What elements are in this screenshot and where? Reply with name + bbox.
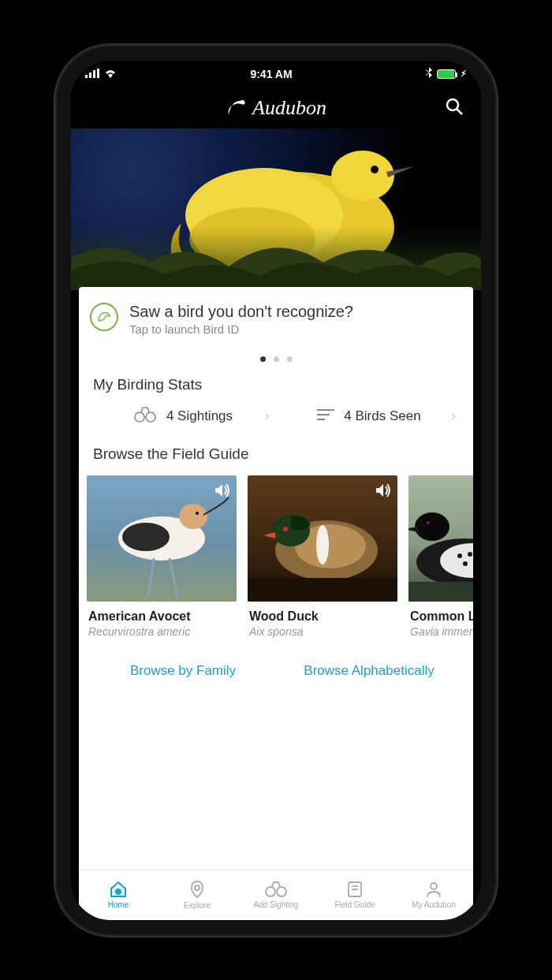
- bird-latin: Gavia immer: [410, 625, 473, 638]
- dot-1[interactable]: [260, 356, 266, 362]
- svg-point-20: [196, 512, 199, 515]
- svg-line-5: [457, 109, 462, 114]
- battery-icon: [437, 69, 456, 79]
- status-bar: 9:41 AM ⚡︎: [71, 61, 481, 88]
- bird-id-subtitle: Tap to launch Bird ID: [129, 322, 353, 336]
- svg-point-31: [457, 553, 462, 558]
- phone-frame: 9:41 AM ⚡︎ Audubon: [55, 45, 497, 936]
- bird-id-card[interactable]: Saw a bird you don't recognize? Tap to l…: [90, 303, 462, 336]
- bird-latin: Aix sponsa: [249, 625, 397, 638]
- binoculars-icon: [264, 881, 288, 898]
- bird-id-title: Saw a bird you don't recognize?: [129, 303, 353, 321]
- charging-icon: ⚡︎: [461, 69, 467, 79]
- phone-screen: 9:41 AM ⚡︎ Audubon: [71, 61, 481, 920]
- home-icon: [109, 881, 128, 898]
- svg-rect-28: [248, 578, 397, 602]
- main-card: Saw a bird you don't recognize? Tap to l…: [79, 287, 473, 870]
- wifi-icon: [104, 68, 117, 80]
- svg-point-8: [331, 151, 394, 201]
- bird-name: Wood Duck: [249, 609, 397, 624]
- list-icon: [317, 408, 334, 424]
- audio-icon[interactable]: [374, 482, 391, 502]
- tab-label: Explore: [184, 901, 211, 910]
- tab-home[interactable]: Home: [79, 870, 158, 920]
- hero-image: [71, 129, 481, 290]
- bluetooth-icon: [426, 67, 432, 80]
- svg-rect-3: [97, 69, 99, 78]
- tab-field-guide[interactable]: Field Guide: [315, 870, 394, 920]
- tab-my-audubon[interactable]: My Audubon: [394, 870, 473, 920]
- svg-line-21: [148, 558, 154, 598]
- tab-bar: Home Explore Add Sighting Field Guide My…: [79, 870, 473, 920]
- bird-thumbnail: [248, 475, 397, 602]
- stat-seen-text: 4 Birds Seen: [344, 408, 420, 424]
- svg-point-34: [463, 561, 468, 566]
- svg-rect-2: [93, 70, 95, 78]
- svg-point-37: [427, 521, 430, 524]
- stat-birds-seen[interactable]: 4 Birds Seen ›: [276, 406, 462, 427]
- svg-rect-1: [89, 73, 91, 78]
- browse-by-family-link[interactable]: Browse by Family: [90, 663, 276, 679]
- svg-point-41: [266, 887, 275, 896]
- tab-label: My Audubon: [412, 900, 456, 909]
- bird-thumbnail: [408, 475, 473, 602]
- field-guide-scroll[interactable]: American Avocet Recurvirostra americ Woo…: [87, 475, 465, 638]
- carousel-dots[interactable]: [90, 356, 462, 362]
- svg-point-40: [195, 885, 200, 890]
- svg-rect-0: [85, 75, 88, 78]
- svg-line-22: [170, 558, 177, 598]
- pin-icon: [188, 880, 206, 899]
- tab-label: Field Guide: [334, 900, 375, 909]
- field-guide-card[interactable]: American Avocet Recurvirostra americ: [87, 475, 237, 638]
- svg-point-27: [316, 525, 329, 565]
- chevron-right-icon: ›: [265, 408, 270, 424]
- svg-point-42: [277, 887, 286, 896]
- svg-point-19: [179, 504, 207, 529]
- svg-point-4: [447, 99, 458, 110]
- svg-rect-38: [408, 582, 473, 602]
- field-guide-card[interactable]: Common Loon Gavia immer: [408, 475, 473, 638]
- book-icon: [347, 881, 363, 898]
- stat-sightings[interactable]: 4 Sightings ›: [90, 406, 276, 427]
- dot-2[interactable]: [274, 356, 279, 362]
- bird-id-icon: [90, 303, 118, 331]
- signal-icon: [85, 68, 99, 80]
- svg-point-18: [122, 523, 170, 551]
- browse-alphabetically-link[interactable]: Browse Alphabetically: [276, 663, 462, 679]
- browse-links: Browse by Family Browse Alphabetically: [90, 663, 462, 679]
- binoculars-icon: [133, 406, 157, 427]
- stats-row: 4 Sightings › 4 Birds Seen ›: [90, 406, 462, 427]
- svg-point-32: [468, 552, 472, 557]
- bird-name: American Avocet: [88, 609, 237, 624]
- svg-point-11: [135, 412, 144, 422]
- user-icon: [426, 881, 442, 898]
- stats-heading: My Birding Stats: [93, 376, 462, 393]
- bird-name: Common Loon: [410, 609, 473, 624]
- svg-point-26: [283, 527, 288, 531]
- svg-point-9: [371, 166, 379, 173]
- chevron-right-icon: ›: [451, 408, 456, 424]
- svg-point-12: [146, 412, 155, 422]
- bird-thumbnail: [87, 475, 237, 602]
- app-logo: Audubon: [226, 96, 326, 120]
- svg-point-36: [415, 512, 449, 541]
- egret-icon: [226, 99, 248, 117]
- logo-text: Audubon: [252, 96, 326, 120]
- stat-sightings-text: 4 Sightings: [166, 408, 233, 424]
- tab-add-sighting[interactable]: Add Sighting: [237, 870, 315, 920]
- svg-point-46: [431, 883, 437, 889]
- field-guide-card[interactable]: Wood Duck Aix sponsa: [248, 475, 397, 638]
- search-icon[interactable]: [445, 97, 464, 119]
- tab-explore[interactable]: Explore: [158, 870, 237, 920]
- tab-label: Home: [108, 900, 129, 909]
- bird-latin: Recurvirostra americ: [88, 625, 237, 638]
- field-guide-heading: Browse the Field Guide: [93, 445, 462, 463]
- app-header: Audubon: [71, 88, 481, 129]
- dot-3[interactable]: [287, 356, 293, 362]
- svg-point-39: [116, 889, 121, 894]
- status-time: 9:41 AM: [250, 68, 292, 80]
- audio-icon[interactable]: [213, 482, 230, 502]
- tab-label: Add Sighting: [254, 900, 299, 909]
